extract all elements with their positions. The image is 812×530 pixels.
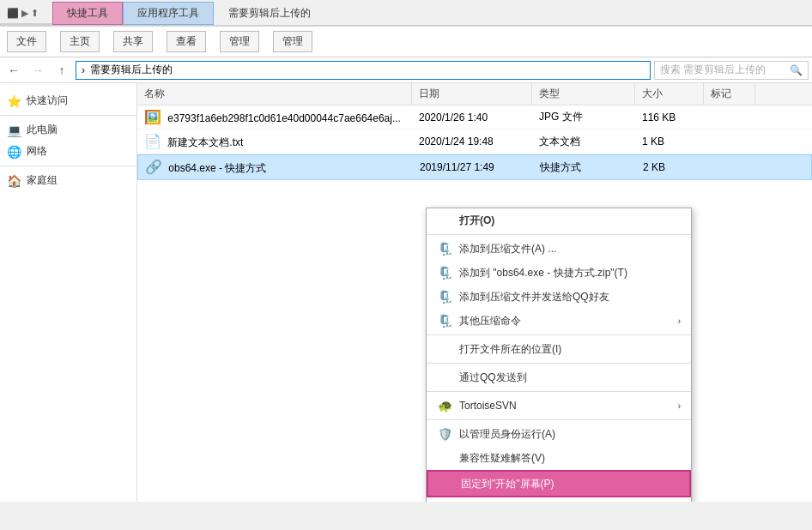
ctx-other-zip-label: 其他压缩命令 bbox=[459, 314, 521, 328]
header-type[interactable]: 类型 bbox=[532, 83, 635, 105]
file-list-header: 名称 日期 类型 大小 标记 bbox=[137, 83, 812, 105]
ctx-compat[interactable]: 兼容性疑难解答(V) bbox=[427, 446, 691, 470]
star-icon: ⭐ bbox=[7, 94, 21, 108]
ctx-compat-label: 兼容性疑难解答(V) bbox=[459, 451, 545, 466]
ctx-pin-start-icon bbox=[439, 476, 454, 491]
homegroup-icon: 🏠 bbox=[7, 174, 21, 188]
file-tag-1 bbox=[704, 138, 755, 145]
ctx-compat-icon bbox=[437, 450, 452, 466]
ribbon-btn-manage1[interactable]: 管理 bbox=[220, 31, 259, 52]
ctx-qq-send[interactable]: 通过QQ发送到 bbox=[427, 365, 691, 389]
file-tag-2 bbox=[705, 164, 756, 171]
ctx-divider-5 bbox=[427, 419, 691, 420]
table-row[interactable]: 🔗 obs64.exe - 快捷方式 2019/11/27 1:49 快捷方式 … bbox=[137, 154, 812, 180]
file-type-0: JPG 文件 bbox=[532, 106, 635, 128]
ctx-add-zip-send[interactable]: 🗜️ 添加到压缩文件并发送给QQ好友 bbox=[427, 285, 691, 309]
ribbon-btn-file[interactable]: 文件 bbox=[7, 31, 46, 52]
sidebar-item-quickaccess[interactable]: ⭐ 快速访问 bbox=[0, 90, 136, 111]
sidebar-item-network[interactable]: 🌐 网络 bbox=[0, 141, 136, 162]
sidebar-label-homegroup: 家庭组 bbox=[27, 173, 58, 188]
ctx-other-zip[interactable]: 🗜️ 其他压缩命令 › bbox=[427, 309, 691, 333]
ctx-add-to-zip[interactable]: 🗜️ 添加到压缩文件(A) ... bbox=[427, 237, 691, 261]
file-type-2: 快捷方式 bbox=[533, 157, 636, 178]
ribbon-btn-home[interactable]: 主页 bbox=[60, 31, 100, 52]
address-path[interactable]: › 需要剪辑后上传的 bbox=[76, 61, 651, 80]
tab-needupload[interactable]: 需要剪辑后上传的 bbox=[214, 2, 325, 25]
ctx-location-icon bbox=[437, 341, 452, 357]
ctx-open-label: 打开(O) bbox=[459, 214, 494, 228]
file-name-0: 🖼️ e3793f1a6eb298f1c0d61e40d00044c7ae664… bbox=[137, 105, 412, 129]
zip-icon-2: 🗜️ bbox=[437, 265, 452, 280]
ribbon-btn-share[interactable]: 共享 bbox=[113, 31, 153, 52]
header-size[interactable]: 大小 bbox=[635, 83, 704, 105]
ctx-run-admin-label: 以管理员身份运行(A) bbox=[459, 427, 555, 442]
zip-icon-4: 🗜️ bbox=[437, 313, 452, 328]
sidebar-label-thispc: 此电脑 bbox=[27, 123, 58, 137]
ctx-open[interactable]: 打开(O) bbox=[427, 208, 691, 232]
back-button[interactable]: ← bbox=[3, 60, 24, 81]
ctx-add-to-zip-label: 添加到压缩文件(A) ... bbox=[459, 242, 556, 256]
tab-bar: ⬛ ▶ ⬆ 快捷工具 应用程序工具 需要剪辑后上传的 bbox=[0, 0, 812, 27]
ctx-qq-send-label: 通过QQ发送到 bbox=[459, 370, 527, 385]
sidebar-item-thispc[interactable]: 💻 此电脑 bbox=[0, 119, 136, 141]
file-icon-jpg: 🖼️ bbox=[144, 110, 161, 124]
file-icon-shortcut: 🔗 bbox=[145, 160, 162, 174]
address-folder: 需要剪辑后上传的 bbox=[90, 63, 173, 77]
header-date[interactable]: 日期 bbox=[412, 83, 532, 105]
context-menu: 打开(O) 🗜️ 添加到压缩文件(A) ... 🗜️ 添加到 "obs64.ex… bbox=[426, 208, 692, 502]
sidebar: ⭐ 快速访问 💻 此电脑 🌐 网络 🏠 家庭组 bbox=[0, 83, 137, 502]
ctx-divider-4 bbox=[427, 391, 691, 392]
table-row[interactable]: 🖼️ e3793f1a6eb298f1c0d61e40d00044c7ae664… bbox=[137, 105, 812, 129]
header-name[interactable]: 名称 bbox=[137, 83, 412, 105]
ctx-divider-2 bbox=[427, 334, 691, 335]
ribbon-btn-view[interactable]: 查看 bbox=[167, 31, 206, 52]
ctx-tortoise[interactable]: 🐢 TortoiseSVN › bbox=[427, 394, 691, 418]
ctx-open-location-label: 打开文件所在的位置(I) bbox=[459, 342, 561, 357]
tab-quicktools[interactable]: 快捷工具 bbox=[52, 2, 123, 25]
search-placeholder: 搜索 需要剪辑后上传的 bbox=[660, 63, 766, 77]
file-name-1: 📄 新建文本文档.txt bbox=[137, 129, 412, 154]
ctx-open-icon bbox=[437, 213, 452, 228]
file-list: 名称 日期 类型 大小 标记 🖼️ e3793f1a6eb298f1c0d61e… bbox=[137, 83, 812, 502]
pc-icon: 💻 bbox=[7, 123, 21, 137]
file-tag-0 bbox=[704, 114, 755, 121]
up-button[interactable]: ↑ bbox=[52, 60, 72, 81]
sidebar-divider-1 bbox=[0, 115, 136, 116]
header-tag[interactable]: 标记 bbox=[704, 83, 755, 105]
ctx-divider-3 bbox=[427, 363, 691, 364]
ribbon-btn-manage2[interactable]: 管理 bbox=[273, 31, 312, 52]
ctx-pin-start-label: 固定到"开始"屏幕(P) bbox=[461, 477, 554, 491]
tortoise-icon: 🐢 bbox=[437, 398, 452, 413]
zip-icon-3: 🗜️ bbox=[437, 289, 452, 304]
search-box[interactable]: 搜索 需要剪辑后上传的 🔍 bbox=[654, 61, 809, 80]
ctx-run-admin[interactable]: 🛡️ 以管理员身份运行(A) bbox=[427, 422, 691, 446]
sidebar-label-quickaccess: 快速访问 bbox=[27, 93, 68, 108]
search-icon: 🔍 bbox=[790, 64, 803, 76]
tab-apptools[interactable]: 应用程序工具 bbox=[123, 2, 214, 25]
address-bar: ← → ↑ › 需要剪辑后上传的 搜索 需要剪辑后上传的 🔍 bbox=[0, 57, 812, 83]
ctx-pin-start[interactable]: 固定到"开始"屏幕(P) bbox=[427, 470, 691, 497]
forward-button[interactable]: → bbox=[27, 60, 48, 81]
ctx-add-to-zip-name[interactable]: 🗜️ 添加到 "obs64.exe - 快捷方式.zip"(T) bbox=[427, 261, 691, 285]
ctx-arrow-tortoise: › bbox=[678, 401, 681, 411]
file-size-0: 116 KB bbox=[635, 108, 704, 127]
file-date-0: 2020/1/26 1:40 bbox=[412, 108, 532, 127]
file-date-2: 2019/11/27 1:49 bbox=[413, 158, 533, 177]
file-icon-txt: 📄 bbox=[144, 134, 161, 148]
sidebar-item-homegroup[interactable]: 🏠 家庭组 bbox=[0, 170, 136, 191]
ctx-win-defender[interactable]: 🛡️ 使用 Windows Defender扫描... bbox=[427, 497, 691, 502]
ctx-arrow-other-zip: › bbox=[678, 316, 681, 326]
ctx-add-to-zip-name-label: 添加到 "obs64.exe - 快捷方式.zip"(T) bbox=[459, 266, 627, 280]
file-size-1: 1 KB bbox=[635, 132, 704, 151]
file-type-1: 文本文档 bbox=[532, 131, 635, 153]
file-name-2: 🔗 obs64.exe - 快捷方式 bbox=[138, 155, 413, 179]
ctx-add-zip-send-label: 添加到压缩文件并发送给QQ好友 bbox=[459, 290, 609, 304]
window-nav-icons: ⬛ ▶ ⬆ bbox=[7, 8, 39, 19]
ctx-open-location[interactable]: 打开文件所在的位置(I) bbox=[427, 337, 691, 361]
ctx-divider-1 bbox=[427, 234, 691, 235]
ctx-tortoise-label: TortoiseSVN bbox=[459, 400, 517, 412]
sidebar-divider-2 bbox=[0, 166, 136, 166]
ctx-qq-icon bbox=[437, 370, 452, 385]
ctx-shield-icon: 🛡️ bbox=[437, 426, 452, 442]
table-row[interactable]: 📄 新建文本文档.txt 2020/1/24 19:48 文本文档 1 KB bbox=[137, 129, 812, 154]
